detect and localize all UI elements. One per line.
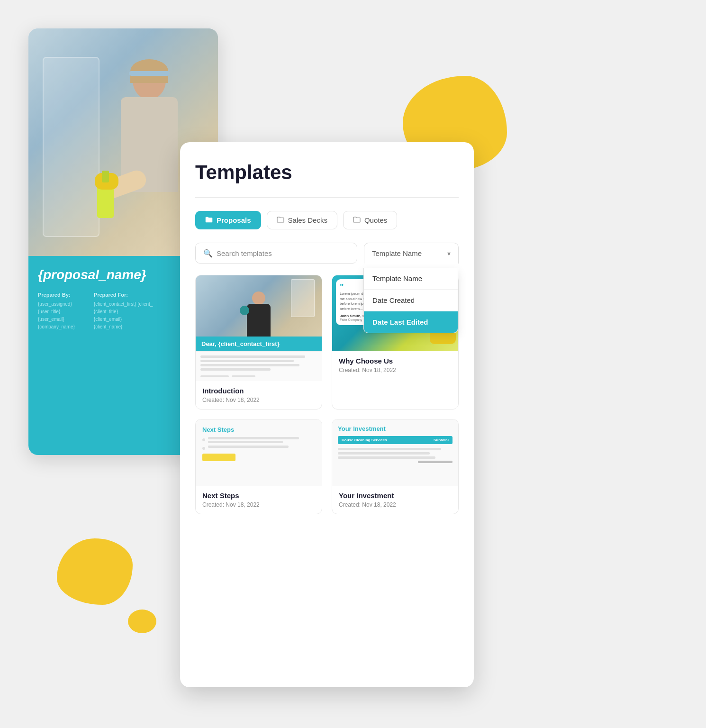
tab-proposals-label: Proposals xyxy=(217,216,251,224)
inv-total-row xyxy=(338,461,453,463)
intro-scene: Dear, {client_contact_first} xyxy=(196,275,322,351)
tabs-row: Proposals Sales Decks Quotes xyxy=(195,211,459,229)
proposals-tab-icon xyxy=(205,216,213,224)
user-title: {user_title} xyxy=(38,308,75,316)
investment-content: Your Investment House Cleaning Services … xyxy=(332,419,458,486)
your-investment-card-date: Created: Nov 18, 2022 xyxy=(339,501,452,508)
preview-line-1 xyxy=(200,355,305,358)
why-choose-us-card-info: Why Choose Us Created: Nov 18, 2022 xyxy=(332,351,458,379)
tab-quotes[interactable]: Quotes xyxy=(343,211,397,229)
your-investment-card-info: Your Investment Created: Nov 18, 2022 xyxy=(332,486,458,514)
dropdown-item-template-name[interactable]: Template Name xyxy=(364,268,458,290)
next-steps-card-date: Created: Nov 18, 2022 xyxy=(202,501,315,508)
quotes-tab-icon xyxy=(353,216,361,224)
inv-row-1 xyxy=(338,448,441,450)
tab-quotes-label: Quotes xyxy=(364,216,387,224)
preview-line-3 xyxy=(200,364,299,366)
bullet xyxy=(202,438,205,441)
yellow-blob-bottom-right xyxy=(128,610,156,633)
ns-step-2-lines xyxy=(208,446,315,450)
client-name: {client_name} xyxy=(94,323,153,331)
inv-total-line xyxy=(418,461,453,463)
spray-nozzle xyxy=(102,171,109,182)
headband xyxy=(129,71,170,76)
sort-dropdown[interactable]: Template Name ▾ Template Name Date Creat… xyxy=(364,243,459,264)
next-steps-card-name: Next Steps xyxy=(202,491,315,500)
investment-title: Your Investment xyxy=(338,425,453,432)
ns-step-2 xyxy=(202,446,315,450)
sig-line-2 xyxy=(232,375,255,377)
tab-proposals[interactable]: Proposals xyxy=(195,211,261,229)
head xyxy=(252,291,265,305)
prepared-for-col: Prepared For: {client_contact_first} {cl… xyxy=(94,292,153,331)
inv-row-2 xyxy=(338,452,430,455)
window-element xyxy=(291,279,315,317)
mirror xyxy=(43,57,100,237)
templates-title: Templates xyxy=(195,161,459,184)
template-card-your-investment[interactable]: Your Investment House Cleaning Services … xyxy=(332,419,459,514)
preview-sig-lines xyxy=(200,375,317,377)
why-choose-us-card-date: Created: Nov 18, 2022 xyxy=(339,367,452,373)
search-box[interactable]: 🔍 Search templates xyxy=(195,243,357,264)
template-card-next-steps[interactable]: Next Steps xyxy=(195,419,322,514)
search-icon: 🔍 xyxy=(203,249,212,257)
next-steps-lines xyxy=(202,437,315,450)
prepared-by-label: Prepared By: xyxy=(38,292,75,298)
search-input-placeholder: Search templates xyxy=(217,249,272,257)
inv-row-3 xyxy=(338,456,435,459)
yellow-blob-bottom-left xyxy=(57,538,133,605)
ns-line-2 xyxy=(208,441,283,443)
next-steps-button xyxy=(202,454,235,461)
prepared-by-col: Prepared By: {user_assigned} {user_title… xyxy=(38,292,75,331)
next-steps-card-info: Next Steps Created: Nov 18, 2022 xyxy=(196,486,322,514)
ns-step-1-lines xyxy=(208,437,315,443)
client-title: {client_title} xyxy=(94,308,153,316)
intro-overlay-label: Dear, {client_contact_first} xyxy=(201,340,280,347)
inv-subtotal-header: Subtotal xyxy=(434,438,449,442)
dropdown-item-date-last-edited[interactable]: Date Last Edited xyxy=(364,311,458,333)
next-steps-content: Next Steps xyxy=(196,419,322,486)
preview-line-4 xyxy=(200,368,271,371)
intro-text-preview-area xyxy=(196,351,322,381)
investment-rows xyxy=(338,446,453,465)
tab-sales-decks-label: Sales Decks xyxy=(288,216,327,224)
ns-line-3 xyxy=(208,446,289,448)
investment-table-header: House Cleaning Services Subtotal xyxy=(338,436,453,444)
divider xyxy=(195,197,459,198)
user-email: {user_email} xyxy=(38,316,75,323)
dropdown-item-date-created[interactable]: Date Created xyxy=(364,290,458,311)
dropdown-menu: Template Name Date Created Date Last Edi… xyxy=(363,268,458,333)
ns-step-1 xyxy=(202,437,315,443)
user-assigned: {user_assigned} xyxy=(38,300,75,308)
introduction-card-info: Introduction Created: Nov 18, 2022 xyxy=(196,381,322,409)
introduction-card-date: Created: Nov 18, 2022 xyxy=(202,397,315,403)
left-glove xyxy=(240,306,249,315)
company-name: {company_name} xyxy=(38,323,75,331)
next-steps-card-image: Next Steps xyxy=(196,419,322,486)
chevron-down-icon: ▾ xyxy=(447,250,451,257)
next-steps-title: Next Steps xyxy=(202,426,315,433)
bullet-2 xyxy=(202,447,205,450)
sig-line-1 xyxy=(200,375,229,377)
sales-decks-tab-icon xyxy=(277,216,284,224)
template-card-introduction[interactable]: Dear, {client_contact_first} xyxy=(195,275,322,410)
intro-overlay-text: Dear, {client_contact_first} xyxy=(196,337,322,351)
body xyxy=(247,304,271,337)
prepared-for-label: Prepared For: xyxy=(94,292,153,298)
introduction-card-name: Introduction xyxy=(202,387,315,395)
tab-sales-decks[interactable]: Sales Decks xyxy=(267,211,337,229)
your-investment-card-image: Your Investment House Cleaning Services … xyxy=(332,419,458,486)
inv-service-header: House Cleaning Services xyxy=(342,438,387,442)
sort-dropdown-value: Template Name xyxy=(372,249,422,257)
search-filter-row: 🔍 Search templates Template Name ▾ Templ… xyxy=(195,243,459,264)
ns-line-1 xyxy=(208,437,299,439)
client-email: {client_email} xyxy=(94,316,153,323)
why-choose-us-card-name: Why Choose Us xyxy=(339,357,452,365)
introduction-card-image: Dear, {client_contact_first} xyxy=(196,275,322,351)
person-silhouette xyxy=(247,291,271,337)
your-investment-card-name: Your Investment xyxy=(339,491,452,500)
templates-panel: Templates Proposals Sales Decks xyxy=(180,142,474,687)
preview-line-2 xyxy=(200,360,294,362)
client-contact-first: {client_contact_first} {client_ xyxy=(94,300,153,308)
